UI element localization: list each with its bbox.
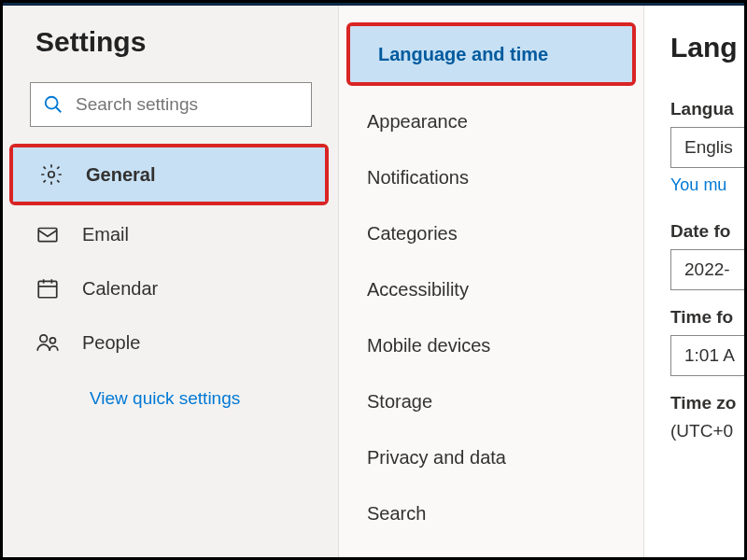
subnav-item-label: Categories bbox=[367, 223, 458, 245]
sidebar-item-label: People bbox=[82, 332, 140, 354]
svg-rect-4 bbox=[38, 281, 57, 297]
subnav-item-notifications[interactable]: Notifications bbox=[339, 149, 643, 205]
subnav-item-label: Privacy and data bbox=[367, 447, 506, 469]
subnav-item-mobile-devices[interactable]: Mobile devices bbox=[339, 317, 643, 373]
search-input[interactable] bbox=[30, 82, 312, 127]
subnav-item-label: Notifications bbox=[367, 167, 469, 189]
subnav-item-label: Appearance bbox=[367, 111, 468, 133]
subnav-item-language-and-time[interactable]: Language and time bbox=[350, 26, 632, 82]
svg-line-1 bbox=[56, 107, 62, 113]
time-format-select[interactable]: 1:01 A bbox=[670, 335, 747, 376]
time-format-label: Time fo bbox=[670, 307, 747, 328]
subnav-item-accessibility[interactable]: Accessibility bbox=[339, 261, 643, 317]
calendar-icon bbox=[35, 276, 60, 301]
subnav-item-appearance[interactable]: Appearance bbox=[339, 93, 643, 149]
sidebar-item-people[interactable]: People bbox=[9, 315, 329, 370]
settings-sidebar: Settings General bbox=[0, 6, 338, 560]
language-value: Englis bbox=[684, 137, 733, 158]
sidebar-item-label: Email bbox=[82, 224, 129, 245]
sidebar-item-calendar[interactable]: Calendar bbox=[9, 261, 329, 315]
gear-icon bbox=[39, 162, 63, 187]
highlight-language-time: Language and time bbox=[346, 22, 636, 86]
search-wrap bbox=[30, 82, 312, 127]
view-quick-settings-link[interactable]: View quick settings bbox=[90, 388, 329, 409]
language-hint-link[interactable]: You mu bbox=[670, 175, 747, 195]
subnav-item-storage[interactable]: Storage bbox=[339, 373, 643, 429]
subnav-item-privacy-and-data[interactable]: Privacy and data bbox=[339, 429, 643, 485]
primary-nav: General Email bbox=[9, 144, 329, 370]
time-format-value: 1:01 A bbox=[684, 345, 735, 366]
people-icon bbox=[35, 330, 60, 355]
search-icon bbox=[43, 94, 63, 115]
subnav-item-label: Accessibility bbox=[367, 279, 469, 301]
sidebar-item-label: Calendar bbox=[82, 278, 158, 300]
sidebar-item-label: General bbox=[86, 164, 155, 186]
page-title: Lang bbox=[670, 32, 747, 63]
settings-title: Settings bbox=[35, 26, 329, 58]
settings-content: Lang Langua Englis You mu Date fo 2022- … bbox=[644, 6, 747, 560]
sidebar-item-email[interactable]: Email bbox=[9, 207, 329, 261]
svg-rect-3 bbox=[38, 229, 57, 242]
subnav-item-label: Mobile devices bbox=[367, 335, 490, 357]
date-format-label: Date fo bbox=[670, 221, 747, 242]
date-format-value: 2022- bbox=[684, 259, 730, 280]
mail-icon bbox=[35, 222, 60, 246]
timezone-value: (UTC+0 bbox=[670, 421, 747, 441]
svg-point-2 bbox=[49, 172, 55, 178]
subnav-item-search[interactable]: Search bbox=[339, 485, 643, 541]
svg-point-11 bbox=[40, 335, 48, 343]
highlight-general: General bbox=[9, 144, 329, 205]
subnav-item-label: Storage bbox=[367, 391, 432, 413]
timezone-label: Time zo bbox=[670, 393, 747, 413]
language-label: Langua bbox=[670, 99, 747, 119]
subnav-item-label: Language and time bbox=[378, 44, 548, 65]
svg-point-12 bbox=[49, 338, 55, 343]
svg-point-0 bbox=[46, 97, 58, 109]
sidebar-item-general[interactable]: General bbox=[13, 147, 325, 202]
subnav-item-categories[interactable]: Categories bbox=[339, 205, 643, 261]
date-format-select[interactable]: 2022- bbox=[670, 249, 747, 290]
language-select[interactable]: Englis bbox=[670, 127, 747, 168]
settings-subnav: Language and time Appearance Notificatio… bbox=[338, 6, 644, 560]
subnav-item-label: Search bbox=[367, 503, 426, 525]
